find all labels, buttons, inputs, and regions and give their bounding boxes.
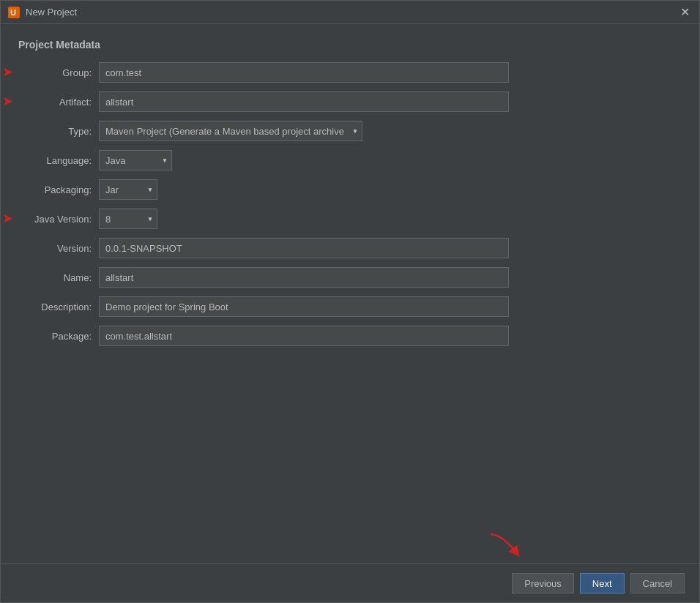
type-row: Type: Maven Project (Generate a Maven ba… xyxy=(18,121,682,141)
group-input[interactable] xyxy=(99,62,509,83)
java-version-select[interactable]: 8 11 17 xyxy=(99,209,157,229)
java-version-select-wrapper: 8 11 17 ▼ xyxy=(99,209,157,229)
group-label: Group: xyxy=(18,67,99,78)
packaging-select-wrapper: Jar War ▼ xyxy=(99,179,157,200)
package-row: Package: xyxy=(18,326,682,346)
name-input[interactable] xyxy=(99,267,509,288)
description-row: Description: xyxy=(18,296,682,317)
type-label: Type: xyxy=(18,126,99,137)
name-row: Name: xyxy=(18,267,682,288)
packaging-label: Packaging: xyxy=(18,184,99,195)
group-arrow-annotation: ➤ xyxy=(2,64,13,80)
cancel-button[interactable]: Cancel xyxy=(630,573,685,593)
dialog-content: Project Metadata ➤ Group: ➤ Artifact: Ty… xyxy=(1,24,699,563)
java-version-row: ➤ Java Version: 8 11 17 ▼ xyxy=(18,209,682,229)
language-select[interactable]: Java Kotlin Groovy xyxy=(99,150,172,171)
language-select-wrapper: Java Kotlin Groovy ▼ xyxy=(99,150,172,171)
next-button[interactable]: Next xyxy=(580,573,625,593)
type-select[interactable]: Maven Project (Generate a Maven based pr… xyxy=(99,121,362,141)
artifact-arrow-annotation: ➤ xyxy=(2,94,13,110)
title-bar: U New Project ✕ xyxy=(1,1,699,24)
section-title: Project Metadata xyxy=(18,39,682,50)
dialog-title: New Project xyxy=(26,7,677,18)
svg-text:U: U xyxy=(10,8,16,17)
version-label: Version: xyxy=(18,243,99,254)
dialog-footer: Previous Next Cancel xyxy=(1,563,699,602)
new-project-dialog: U New Project ✕ Project Metadata ➤ Group… xyxy=(0,0,700,603)
close-button[interactable]: ✕ xyxy=(677,5,692,20)
language-row: Language: Java Kotlin Groovy ▼ xyxy=(18,150,682,171)
type-select-wrapper: Maven Project (Generate a Maven based pr… xyxy=(99,121,362,141)
description-label: Description: xyxy=(18,302,99,312)
artifact-label: Artifact: xyxy=(18,97,99,108)
artifact-input[interactable] xyxy=(99,91,509,112)
artifact-row: ➤ Artifact: xyxy=(18,91,682,112)
java-version-label: Java Version: xyxy=(18,214,99,225)
packaging-select[interactable]: Jar War xyxy=(99,179,157,200)
version-input[interactable] xyxy=(99,238,509,258)
app-icon: U xyxy=(8,7,20,18)
description-input[interactable] xyxy=(99,296,509,317)
name-label: Name: xyxy=(18,272,99,283)
version-row: Version: xyxy=(18,238,682,258)
language-label: Language: xyxy=(18,155,99,166)
previous-button[interactable]: Previous xyxy=(512,573,574,593)
package-label: Package: xyxy=(18,331,99,342)
java-version-arrow-annotation: ➤ xyxy=(2,211,13,227)
group-row: ➤ Group: xyxy=(18,62,682,83)
package-input[interactable] xyxy=(99,326,509,346)
packaging-row: Packaging: Jar War ▼ xyxy=(18,179,682,200)
